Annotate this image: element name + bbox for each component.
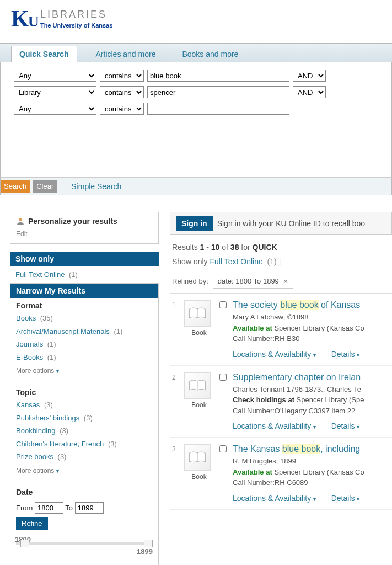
result-checkbox[interactable]	[219, 301, 227, 308]
search-row-2: Library contains AND	[14, 86, 378, 98]
result-thumb: Book	[184, 444, 214, 503]
call-number: Call Number:RH C6089	[233, 477, 390, 488]
person-icon	[16, 217, 25, 226]
date-from-input[interactable]	[35, 502, 63, 514]
result-title[interactable]: The Kansas blue book, including	[233, 444, 390, 454]
edit-link[interactable]: Edit	[10, 230, 158, 243]
topic-kansas[interactable]: Kansas (3)	[16, 398, 153, 412]
topic-children[interactable]: Children's literature, French (3)	[16, 438, 153, 451]
logo-subtitle: The University of Kansas	[40, 22, 112, 29]
result-2: 2 Book Supplementary chapter on Irelan C…	[170, 366, 392, 438]
match-select-3[interactable]: contains	[100, 103, 144, 115]
date-group: Date From To Refine 1800 1899	[10, 484, 158, 557]
field-select-1[interactable]: Any	[14, 70, 96, 82]
format-title: Format	[16, 301, 153, 310]
results-count: Results 1 - 10 of 38 for QUICK	[170, 235, 392, 254]
chevron-down-icon: ▾	[357, 496, 359, 502]
results-column: Sign in Sign in with your KU Online ID t…	[170, 212, 392, 565]
match-select-2[interactable]: contains	[100, 86, 144, 98]
tabs-bar: Quick Search Articles and more Books and…	[0, 43, 392, 62]
facet-books[interactable]: Books (35)	[16, 312, 153, 325]
format-more[interactable]: More options ▾	[16, 364, 153, 382]
details-link[interactable]: Details ▾	[331, 350, 360, 359]
search-row-1: Any contains AND	[14, 70, 378, 82]
chevron-down-icon: ▾	[313, 496, 316, 502]
locations-link[interactable]: Locations & Availability ▾	[233, 494, 316, 503]
details-link[interactable]: Details ▾	[331, 494, 360, 503]
libraries-text: LIBRARIES	[40, 9, 112, 22]
term-input-2[interactable]	[147, 86, 289, 98]
tab-articles[interactable]: Articles and more	[88, 46, 164, 62]
chevron-down-icon: ▾	[56, 468, 59, 474]
search-button[interactable]: Search	[1, 180, 30, 193]
tab-books[interactable]: Books and more	[174, 46, 246, 62]
refined-bar: Refined by: date: 1800 To 1899 ×	[170, 269, 392, 294]
signin-button[interactable]: Sign in	[176, 216, 213, 231]
topic-prize[interactable]: Prize books (3)	[16, 450, 153, 463]
result-title[interactable]: Supplementary chapter on Irelan	[233, 372, 390, 382]
result-num: 1	[172, 300, 179, 359]
topic-group: Topic Kansas (3) Publishers' bindings (3…	[10, 385, 158, 484]
result-author: R. M Ruggles; 1899	[233, 456, 390, 467]
svg-point-0	[19, 218, 22, 221]
date-to-input[interactable]	[75, 502, 104, 514]
match-select-1[interactable]: contains	[100, 70, 144, 82]
call-number: Call Number:O'Hegarty C3397 item 22	[233, 406, 390, 417]
refined-label: Refined by:	[172, 277, 208, 285]
facet-archival[interactable]: Archival/Manuscript Materials (1)	[16, 325, 153, 338]
result-author: Charles Tennant 1796-1873.; Charles Te	[233, 384, 390, 395]
result-title[interactable]: The society blue book of Kansas	[233, 300, 390, 310]
result-author: Mary A Latchaw; ©1898	[233, 312, 390, 323]
date-slider[interactable]: 1800 1899	[16, 537, 153, 554]
chevron-down-icon: ▾	[313, 424, 316, 430]
personalize-title: Personalize your results	[28, 217, 117, 226]
facet-journals[interactable]: Journals (1)	[16, 338, 153, 351]
book-icon	[184, 372, 211, 399]
locations-link[interactable]: Locations & Availability ▾	[233, 350, 316, 359]
header: KU LIBRARIES The University of Kansas	[0, 0, 392, 43]
topic-more[interactable]: More options ▾	[16, 463, 153, 482]
availability-label: Available at	[233, 324, 272, 332]
thumb-label: Book	[184, 329, 214, 337]
remove-filter-icon[interactable]: ×	[283, 276, 288, 286]
thumb-label: Book	[184, 401, 214, 409]
field-select-3[interactable]: Any	[14, 103, 96, 115]
book-icon	[184, 444, 211, 471]
slider-handle-max[interactable]	[144, 540, 153, 547]
result-checkbox[interactable]	[219, 445, 227, 452]
clear-button[interactable]: Clear	[33, 180, 57, 193]
locations-link[interactable]: Locations & Availability ▾	[233, 422, 316, 430]
result-num: 2	[172, 372, 179, 431]
facet-fulltext[interactable]: Full Text Online (1)	[10, 266, 159, 283]
op-select-2[interactable]: AND	[293, 86, 326, 98]
chevron-down-icon: ▾	[357, 424, 359, 430]
date-title: Date	[16, 488, 153, 497]
narrow-panel: Narrow My Results Format Books (35) Arch…	[10, 283, 159, 565]
facet-ebooks[interactable]: E-Books (1)	[16, 351, 153, 364]
term-input-3[interactable]	[147, 103, 289, 115]
topic-publishers[interactable]: Publishers' bindings (3)	[16, 412, 153, 425]
call-number: Call Number:RH B30	[233, 333, 390, 344]
simple-search-link[interactable]: Simple Search	[71, 182, 121, 191]
personalize-panel: Personalize your results Edit	[10, 212, 159, 244]
field-select-2[interactable]: Library	[14, 86, 96, 98]
availability-label: Available at	[233, 468, 272, 476]
result-num: 3	[172, 444, 179, 503]
result-1: 1 Book The society blue book of Kansas M…	[170, 294, 392, 366]
sidebar: Personalize your results Edit Show only …	[10, 212, 159, 565]
term-input-1[interactable]	[147, 70, 289, 82]
show-only-inline: Show only Full Text Online (1) |	[170, 254, 392, 269]
show-only-header: Show only	[10, 252, 159, 266]
logo[interactable]: KU LIBRARIES The University of Kansas	[11, 6, 381, 32]
op-select-1[interactable]: AND	[293, 70, 326, 82]
slider-handle-min[interactable]	[20, 540, 29, 547]
fulltext-link[interactable]: Full Text Online	[210, 257, 262, 266]
result-checkbox[interactable]	[219, 374, 227, 381]
topic-bookbinding[interactable]: Bookbinding (3)	[16, 424, 153, 438]
search-row-3: Any contains	[14, 103, 378, 115]
result-thumb: Book	[184, 300, 214, 359]
details-link[interactable]: Details ▾	[331, 422, 360, 430]
tab-quick-search[interactable]: Quick Search	[11, 46, 77, 62]
refine-button[interactable]: Refine	[16, 517, 48, 530]
book-icon	[184, 300, 211, 327]
